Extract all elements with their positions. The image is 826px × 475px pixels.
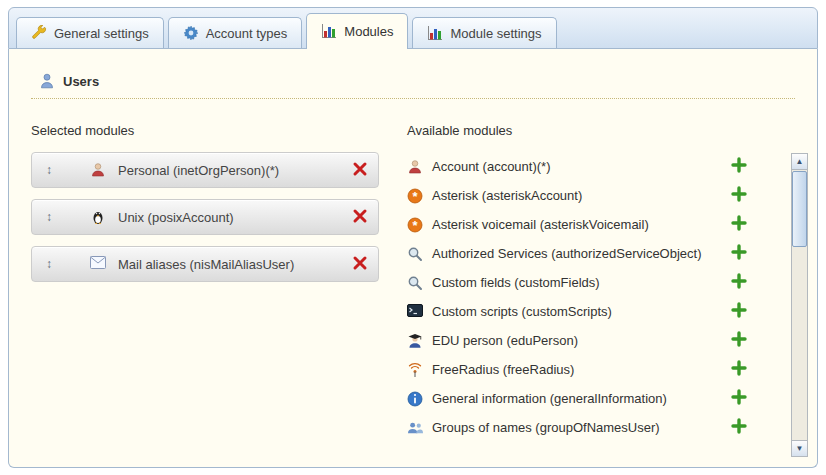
available-module-row: Custom fields (customFields) (407, 268, 747, 297)
drag-handle-icon[interactable]: ↕ (42, 257, 56, 271)
available-module-row: * Asterisk voicemail (asteriskVoicemail) (407, 210, 747, 239)
drag-handle-icon[interactable]: ↕ (42, 210, 56, 224)
selected-module-row: ↕ Unix (posixAccount) (31, 199, 379, 235)
wrench-icon (31, 25, 47, 41)
add-module-button[interactable] (731, 360, 747, 379)
plus-icon (731, 389, 747, 408)
available-module-row: General information (generalInformation) (407, 384, 747, 413)
add-module-button[interactable] (731, 302, 747, 321)
envelope-icon (90, 256, 106, 272)
add-module-button[interactable] (731, 215, 747, 234)
plus-icon (731, 302, 747, 321)
add-module-button[interactable] (731, 186, 747, 205)
tab-label: Account types (206, 26, 288, 41)
remove-module-button[interactable] (352, 255, 368, 274)
tab-account-types[interactable]: Account types (168, 17, 303, 48)
available-module-label: Custom scripts (customScripts) (432, 304, 731, 319)
add-module-button[interactable] (731, 273, 747, 292)
available-module-row: * Asterisk (asteriskAccount) (407, 181, 747, 210)
plus-icon (731, 360, 747, 379)
tab-label: Modules (344, 24, 393, 39)
penguin-icon (90, 209, 106, 225)
tab-module-settings[interactable]: Module settings (412, 17, 556, 48)
available-module-label: Asterisk voicemail (asteriskVoicemail) (432, 217, 731, 232)
available-module-label: Custom fields (customFields) (432, 275, 731, 290)
gear-icon (183, 25, 199, 41)
modules-panel: Users Selected modules ↕ Personal (inetO… (8, 49, 818, 468)
plus-icon (731, 273, 747, 292)
available-modules-heading: Available modules (407, 123, 747, 138)
available-module-label: Groups of names (groupOfNamesUser) (432, 420, 731, 435)
tab-label: Module settings (450, 26, 541, 41)
selected-module-label: Personal (inetOrgPerson)(*) (118, 163, 352, 178)
selected-modules-column: Selected modules ↕ Personal (inetOrgPers… (31, 123, 379, 442)
bar-chart-icon (427, 25, 443, 41)
terminal-icon (407, 304, 423, 320)
available-module-row: Account (account)(*) (407, 152, 747, 181)
available-module-label: FreeRadius (freeRadius) (432, 362, 731, 377)
selected-module-label: Unix (posixAccount) (118, 210, 352, 225)
available-module-row: Groups of names (groupOfNamesUser) (407, 413, 747, 442)
scroll-down-icon: ▼ (796, 444, 804, 453)
selected-modules-heading: Selected modules (31, 123, 379, 138)
selected-module-label: Mail aliases (nisMailAliasUser) (118, 257, 352, 272)
drag-handle-icon[interactable]: ↕ (42, 163, 56, 177)
magnifier-icon (407, 275, 423, 291)
remove-module-button[interactable] (352, 208, 368, 227)
tab-bar: General settings Account types Modules M… (8, 7, 818, 49)
red-x-icon (352, 208, 368, 227)
red-x-icon (352, 161, 368, 180)
plus-icon (731, 244, 747, 263)
bar-chart-icon (321, 23, 337, 39)
available-module-row: Authorized Services (authorizedServiceOb… (407, 239, 747, 268)
available-modules-column: Available modules Account (account)(*) *… (407, 123, 795, 442)
graduate-icon (407, 333, 423, 349)
plus-icon (731, 331, 747, 350)
info-icon (407, 391, 423, 407)
module-columns: Selected modules ↕ Personal (inetOrgPers… (31, 123, 795, 442)
add-module-button[interactable] (731, 244, 747, 263)
scrollbar[interactable]: ▲ ▼ (791, 153, 808, 457)
scroll-down-button[interactable]: ▼ (792, 440, 807, 456)
selected-module-row: ↕ Mail aliases (nisMailAliasUser) (31, 246, 379, 282)
tab-modules[interactable]: Modules (306, 13, 408, 49)
scroll-up-button[interactable]: ▲ (792, 154, 807, 170)
tab-label: General settings (54, 26, 149, 41)
user-icon (39, 73, 55, 89)
add-module-button[interactable] (731, 389, 747, 408)
asterisk-icon: * (407, 217, 423, 233)
add-module-button[interactable] (731, 418, 747, 437)
available-module-label: Authorized Services (authorizedServiceOb… (432, 246, 731, 261)
available-module-row: FreeRadius (freeRadius) (407, 355, 747, 384)
section-title: Users (63, 74, 99, 89)
scroll-up-icon: ▲ (796, 157, 804, 166)
available-module-row: EDU person (eduPerson) (407, 326, 747, 355)
available-module-label: Asterisk (asteriskAccount) (432, 188, 731, 203)
antenna-icon (407, 362, 423, 378)
plus-icon (731, 215, 747, 234)
tab-general-settings[interactable]: General settings (16, 17, 164, 48)
asterisk-icon: * (407, 188, 423, 204)
plus-icon (731, 157, 747, 176)
available-module-row: Custom scripts (customScripts) (407, 297, 747, 326)
add-module-button[interactable] (731, 331, 747, 350)
users-section-header: Users (31, 71, 795, 99)
scroll-thumb[interactable] (792, 171, 807, 247)
add-module-button[interactable] (731, 157, 747, 176)
available-module-label: General information (generalInformation) (432, 391, 731, 406)
group-icon (407, 420, 423, 436)
person-icon (407, 159, 423, 175)
magnifier-icon (407, 246, 423, 262)
available-module-label: Account (account)(*) (432, 159, 731, 174)
lam-config-window: General settings Account types Modules M… (8, 7, 818, 468)
remove-module-button[interactable] (352, 161, 368, 180)
selected-module-row: ↕ Personal (inetOrgPerson)(*) (31, 152, 379, 188)
red-x-icon (352, 255, 368, 274)
person-icon (90, 162, 106, 178)
plus-icon (731, 186, 747, 205)
available-module-label: EDU person (eduPerson) (432, 333, 731, 348)
plus-icon (731, 418, 747, 437)
